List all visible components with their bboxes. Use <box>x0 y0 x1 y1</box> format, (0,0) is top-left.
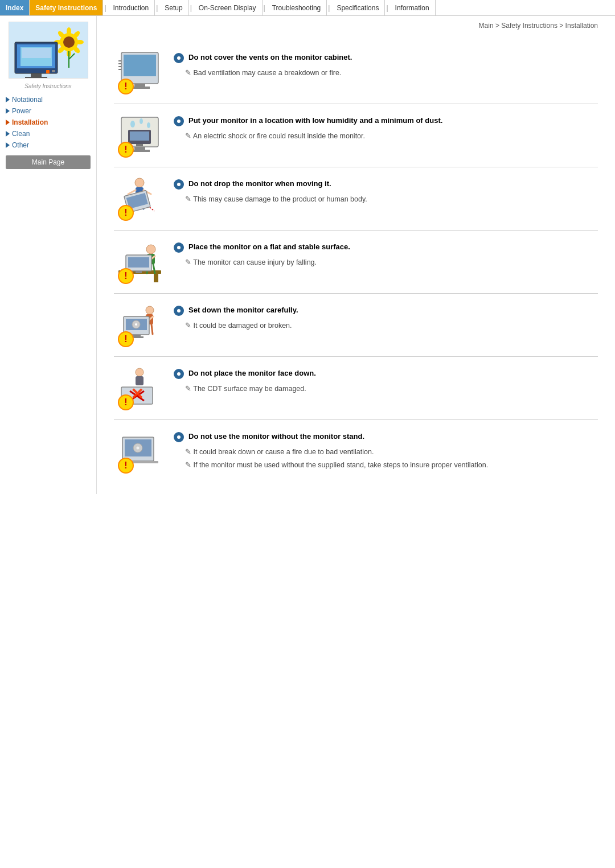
nav-sep-5: | <box>327 0 331 15</box>
item-image-4: ! <box>114 239 165 285</box>
svg-rect-64 <box>136 271 142 273</box>
illus-5: ! <box>116 302 164 348</box>
bullet-6 <box>174 369 184 379</box>
svg-point-33 <box>140 118 143 124</box>
svg-text:!: ! <box>124 208 127 217</box>
safety-item-3: ! Do not drop the monitor when moving it… <box>114 167 598 231</box>
item-title-4: Place the monitor on a flat and stable s… <box>174 242 598 253</box>
item-title-7: Do not use the monitor without the monit… <box>174 431 598 442</box>
item-text-1: Do not cover the vents on the monitor ca… <box>174 50 598 81</box>
item-desc-text-3-0: This may cause damage to the product or … <box>185 194 598 205</box>
nav-sep-4: | <box>263 0 266 15</box>
item-text-6: Do not place the monitor face down. The … <box>174 365 598 397</box>
main-page-button[interactable]: Main Page <box>6 155 91 169</box>
illus-3: ! <box>116 176 164 221</box>
svg-rect-19 <box>46 70 50 73</box>
sidebar-item-power[interactable]: Power <box>6 105 91 117</box>
illus-2: ! <box>116 113 164 158</box>
item-desc-5: It could be damaged or broken. <box>174 320 598 331</box>
svg-point-2 <box>63 36 75 48</box>
nav-sep-2: | <box>155 0 159 15</box>
item-title-text-2: Put your monitor in a location with low … <box>188 116 442 126</box>
nav-specifications[interactable]: Specifications <box>331 0 385 15</box>
bullet-1 <box>174 53 184 63</box>
svg-text:!: ! <box>124 271 127 281</box>
item-image-6: ✕ ! <box>114 365 165 411</box>
nav-troubleshooting[interactable]: Troubleshooting <box>266 0 327 15</box>
item-desc-text-7-1: If the monitor must be used without the … <box>185 460 598 471</box>
svg-rect-22 <box>124 55 156 76</box>
safety-item-2: ! Put your monitor in a location with lo… <box>114 104 598 167</box>
svg-rect-55 <box>154 274 158 282</box>
sidebar-link-installation[interactable]: Installation <box>12 118 48 126</box>
svg-point-76 <box>135 323 137 326</box>
nav-setup[interactable]: Setup <box>159 0 188 15</box>
item-title-text-7: Do not use the monitor without the monit… <box>188 431 364 442</box>
sidebar-link-notational[interactable]: Notational <box>12 96 43 104</box>
svg-point-5 <box>76 40 84 44</box>
nav-introduction[interactable]: Introduction <box>108 0 155 15</box>
svg-point-42 <box>135 178 144 187</box>
sidebar-item-notational[interactable]: Notational <box>6 94 91 105</box>
sidebar-link-other[interactable]: Other <box>12 141 29 149</box>
sidebar-link-clean[interactable]: Clean <box>12 130 30 138</box>
item-title-6: Do not place the monitor face down. <box>174 368 598 379</box>
safety-item-7: ! Do not use the monitor without the mon… <box>114 420 598 483</box>
nav-sep-1: | <box>103 0 107 15</box>
item-desc-3: This may cause damage to the product or … <box>174 194 598 205</box>
sidebar-brand: Safety Instructions <box>0 83 96 89</box>
svg-point-92 <box>136 447 139 450</box>
bullet-4 <box>174 242 184 253</box>
item-title-text-5: Set down the monitor carefully. <box>188 305 298 315</box>
breadcrumb: Main > Safety Instructions > Installatio… <box>114 22 598 30</box>
item-title-text-4: Place the monitor on a flat and stable s… <box>188 242 350 252</box>
bullet-7 <box>174 432 184 442</box>
sidebar-item-clean[interactable]: Clean <box>6 128 91 139</box>
svg-rect-36 <box>130 131 149 141</box>
illus-svg-6: ✕ ! <box>116 365 164 411</box>
item-image-3: ! <box>114 176 165 221</box>
sidebar-item-installation[interactable]: Installation <box>6 117 91 128</box>
item-desc-text-6-0: The CDT surface may be damaged. <box>185 384 598 394</box>
nav-sep-6: | <box>385 0 389 15</box>
svg-text:!: ! <box>124 145 127 154</box>
item-title-3: Do not drop the monitor when moving it. <box>174 179 598 190</box>
illus-svg-5: ! <box>116 302 164 348</box>
svg-rect-16 <box>22 48 51 58</box>
item-text-4: Place the monitor on a flat and stable s… <box>174 239 598 270</box>
item-image-1: ! <box>114 50 165 95</box>
svg-point-32 <box>130 121 135 127</box>
svg-line-72 <box>151 324 153 334</box>
sidebar-item-other[interactable]: Other <box>6 139 91 151</box>
item-desc-1: Bad ventilation may cause a breakdown or… <box>174 68 598 79</box>
nav-osd[interactable]: On-Screen Display <box>193 0 263 15</box>
svg-point-56 <box>146 245 155 254</box>
item-title-2: Put your monitor in a location with low … <box>174 116 598 126</box>
safety-item-1: ! Do not cover the vents on the monitor … <box>114 41 598 104</box>
item-image-5: ! <box>114 302 165 348</box>
svg-rect-37 <box>136 144 143 146</box>
item-image-7: ! <box>114 429 165 474</box>
sidebar-link-power[interactable]: Power <box>12 107 31 115</box>
arrow-clean <box>6 131 10 137</box>
sidebar-image <box>9 22 88 79</box>
bullet-5 <box>174 306 184 316</box>
nav-safety-instructions[interactable]: Safety Instructions <box>30 0 103 15</box>
item-desc-4: The monitor can cause injury by falling. <box>174 257 598 268</box>
nav-index[interactable]: Index <box>0 0 30 15</box>
item-desc-6: The CDT surface may be damaged. <box>174 384 598 394</box>
nav-sep-3: | <box>189 0 193 15</box>
svg-rect-18 <box>25 77 47 79</box>
svg-line-50 <box>150 207 154 211</box>
item-desc-text-2-0: An electric shock or fire could result i… <box>185 131 598 142</box>
item-text-7: Do not use the monitor without the monit… <box>174 429 598 473</box>
nav-information[interactable]: Information <box>390 0 436 15</box>
illus-svg-7: ! <box>116 429 164 474</box>
item-title-text-1: Do not cover the vents on the monitor ca… <box>188 52 352 63</box>
illus-4: ! <box>116 239 164 285</box>
sidebar: Safety Instructions Notational Power Ins… <box>0 16 97 494</box>
item-text-2: Put your monitor in a location with low … <box>174 113 598 144</box>
item-text-3: Do not drop the monitor when moving it. … <box>174 176 598 207</box>
arrow-power <box>6 108 10 114</box>
svg-point-3 <box>67 27 71 35</box>
